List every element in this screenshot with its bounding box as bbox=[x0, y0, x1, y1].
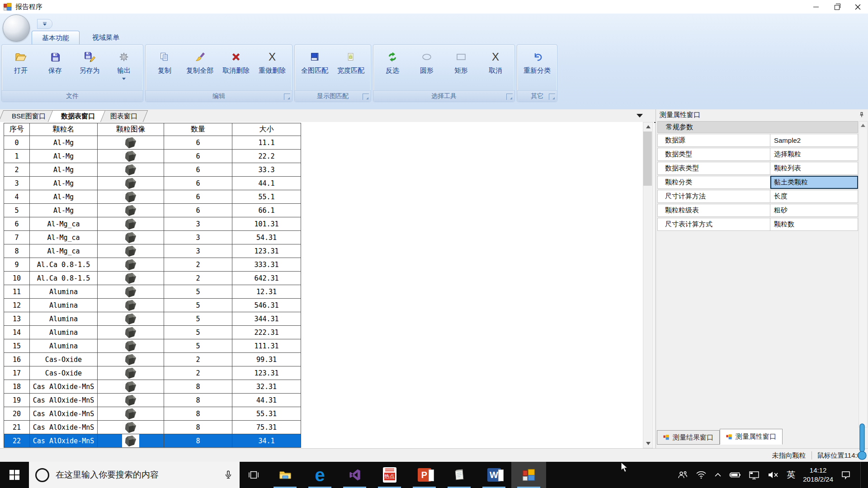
table-row[interactable]: 5 Al-Mg 6 66.1 bbox=[4, 204, 301, 217]
redo-delete-button[interactable]: X 重做删除 bbox=[254, 46, 290, 89]
property-row-tabletype[interactable]: 数据表类型 颗粒列表 bbox=[657, 162, 858, 175]
full-image-match-button[interactable]: 全图匹配 bbox=[297, 46, 333, 89]
scroll-up-icon[interactable] bbox=[643, 122, 653, 131]
table-row[interactable]: 4 Al-Mg 6 55.1 bbox=[4, 190, 301, 204]
table-row[interactable]: 0 Al-Mg 6 11.1 bbox=[4, 136, 301, 150]
table-row[interactable]: 16 Cas-Oxide 2 99.31 bbox=[4, 353, 301, 366]
taskbar-app-word[interactable]: W bbox=[476, 462, 511, 488]
doc-tab-chart[interactable]: 图表窗口 bbox=[99, 110, 146, 122]
show-desktop-button[interactable] bbox=[860, 462, 863, 488]
table-row[interactable]: 21 Cas AlOxide-MnS 8 75.31 bbox=[4, 421, 301, 434]
input-language-indicator[interactable]: 英 bbox=[787, 469, 795, 481]
panel-vertical-scrollbar[interactable] bbox=[859, 121, 868, 427]
doc-tab-datatable[interactable]: 数据表窗口 bbox=[50, 110, 103, 122]
tab-list-dropdown-icon[interactable] bbox=[637, 114, 643, 117]
pin-icon[interactable] bbox=[859, 112, 865, 118]
dialog-launcher-icon[interactable] bbox=[363, 94, 369, 100]
chevron-up-icon[interactable] bbox=[714, 473, 722, 477]
table-row[interactable]: 13 Alumina 5 344.31 bbox=[4, 312, 301, 326]
scroll-down-icon[interactable] bbox=[643, 439, 653, 448]
particle-class-editor[interactable]: 黏土类颗粒 bbox=[770, 176, 858, 189]
taskbar-clock[interactable]: 14:12 2018/2/24 bbox=[803, 466, 833, 484]
taskbar-app-notepad[interactable] bbox=[442, 462, 476, 488]
property-row-grade-table[interactable]: 颗粒粒级表 粗砂 bbox=[657, 204, 858, 217]
table-row[interactable]: 11 Alumina 5 12.31 bbox=[4, 285, 301, 299]
microphone-icon[interactable] bbox=[223, 470, 233, 480]
table-row[interactable]: 8 Al-Mg_ca 3 123.31 bbox=[4, 244, 301, 258]
table-row[interactable]: 17 Cas-Oxide 2 123.31 bbox=[4, 366, 301, 380]
property-row-size-method[interactable]: 尺寸计算方法 长度 bbox=[657, 190, 858, 203]
cancel-select-button[interactable]: X 取消 bbox=[478, 46, 513, 89]
header-particle-name[interactable]: 颗粒名 bbox=[30, 123, 98, 136]
table-row[interactable]: 9 Al.Ca 0.8-1.5 2 333.31 bbox=[4, 258, 301, 272]
people-icon[interactable] bbox=[677, 471, 688, 479]
table-row[interactable]: 6 Al-Mg_ca 3 101.31 bbox=[4, 217, 301, 231]
table-row[interactable]: 22 Cas AlOxide-MnS 8 34.1 bbox=[4, 434, 301, 448]
start-button[interactable] bbox=[0, 462, 29, 488]
taskbar-app-edge[interactable]: e bbox=[302, 462, 337, 488]
ellipse-select-button[interactable]: 圆形 bbox=[410, 46, 444, 89]
taskbar-app-hotspot[interactable]: 热点 bbox=[372, 462, 407, 488]
scroll-up-icon[interactable] bbox=[859, 122, 867, 129]
close-button[interactable] bbox=[847, 0, 868, 14]
invert-selection-button[interactable]: 反选 bbox=[375, 46, 410, 89]
tab-measurement-properties[interactable]: 测量属性窗口 bbox=[720, 429, 783, 445]
taskbar-search-input[interactable]: 在这里输入你要搜索的内容 bbox=[29, 462, 240, 488]
table-row[interactable]: 3 Al-Mg 6 44.1 bbox=[4, 177, 301, 190]
table-row[interactable]: 15 Alumina 5 111.31 bbox=[4, 339, 301, 353]
action-center-icon[interactable] bbox=[841, 470, 851, 479]
header-size[interactable]: 大小 bbox=[232, 123, 301, 136]
table-vertical-scrollbar[interactable] bbox=[643, 122, 653, 448]
taskbar-app-powerpoint[interactable]: P bbox=[407, 462, 442, 488]
property-row-size-calc[interactable]: 尺寸表计算方式 颗粒数 bbox=[657, 218, 858, 231]
table-row[interactable]: 14 Alumina 5 222.31 bbox=[4, 326, 301, 339]
task-view-button[interactable] bbox=[240, 462, 268, 488]
copy-all-button[interactable]: 复制全部 bbox=[182, 46, 218, 89]
taskbar-app-report[interactable] bbox=[511, 462, 546, 488]
particle-thumbnail-icon bbox=[122, 177, 139, 190]
cancel-delete-button[interactable]: 取消删除 bbox=[218, 46, 254, 89]
ribbon-tab-basic[interactable]: 基本功能 bbox=[32, 31, 80, 44]
battery-icon[interactable] bbox=[729, 471, 741, 479]
doc-tab-bse[interactable]: BSE图窗口 bbox=[1, 110, 54, 122]
tab-measurement-results[interactable]: 测量结果窗口 bbox=[657, 430, 720, 445]
minimize-button[interactable] bbox=[806, 0, 826, 14]
reclassify-button[interactable]: 重新分类 bbox=[519, 46, 555, 89]
table-row[interactable]: 2 Al-Mg 6 33.3 bbox=[4, 163, 301, 177]
header-index[interactable]: 序号 bbox=[4, 123, 30, 136]
copy-button[interactable]: 复制 bbox=[147, 46, 182, 89]
table-row[interactable]: 1 Al-Mg 6 22.2 bbox=[4, 150, 301, 163]
open-button[interactable]: 打开 bbox=[4, 46, 38, 89]
table-row[interactable]: 18 Cas AlOxide-MnS 8 32.31 bbox=[4, 380, 301, 394]
width-match-button[interactable]: 宽度匹配 bbox=[333, 46, 369, 89]
property-row-datasource[interactable]: 数据源 Sample2 bbox=[657, 134, 858, 147]
header-quantity[interactable]: 数量 bbox=[164, 123, 232, 136]
table-row[interactable]: 7 Al-Mg_ca 3 54.31 bbox=[4, 231, 301, 244]
dialog-launcher-icon[interactable] bbox=[506, 94, 513, 100]
property-category[interactable]: 常规参数 bbox=[657, 121, 858, 133]
cell-index: 1 bbox=[4, 150, 30, 163]
dialog-launcher-icon[interactable] bbox=[284, 94, 290, 100]
ribbon-tab-view[interactable]: 视域菜单 bbox=[82, 31, 129, 44]
table-row[interactable]: 10 Al.Ca 0.8-1.5 2 642.31 bbox=[4, 272, 301, 285]
save-as-button[interactable]: 另存为 bbox=[72, 46, 107, 89]
taskbar-app-file-explorer[interactable] bbox=[268, 462, 302, 488]
property-row-particle-class[interactable]: 颗粒分类 黏土类颗粒 bbox=[657, 176, 858, 189]
rectangle-select-button[interactable]: 矩形 bbox=[444, 46, 478, 89]
save-button[interactable]: 保存 bbox=[38, 46, 72, 89]
table-row[interactable]: 20 Cas AlOxide-MnS 8 55.31 bbox=[4, 407, 301, 421]
taskbar-app-visual-studio[interactable] bbox=[337, 462, 372, 488]
quick-access-toolbar-dropdown[interactable] bbox=[37, 19, 52, 29]
scrollbar-thumb[interactable] bbox=[643, 131, 652, 186]
application-menu-orb[interactable] bbox=[3, 14, 30, 42]
dialog-launcher-icon[interactable] bbox=[549, 94, 555, 100]
table-row[interactable]: 12 Alumina 5 546.31 bbox=[4, 299, 301, 312]
header-particle-image[interactable]: 颗粒图像 bbox=[98, 123, 164, 136]
export-button[interactable]: 输出 bbox=[107, 46, 141, 89]
table-row[interactable]: 19 Cas AlOxide-MnS 8 44.31 bbox=[4, 394, 301, 407]
wifi-icon[interactable] bbox=[696, 471, 707, 479]
volume-muted-icon[interactable] bbox=[767, 471, 779, 479]
property-row-datatype[interactable]: 数据类型 选择颗粒 bbox=[657, 148, 858, 161]
restore-button[interactable] bbox=[826, 0, 847, 14]
network-display-icon[interactable] bbox=[749, 470, 760, 479]
